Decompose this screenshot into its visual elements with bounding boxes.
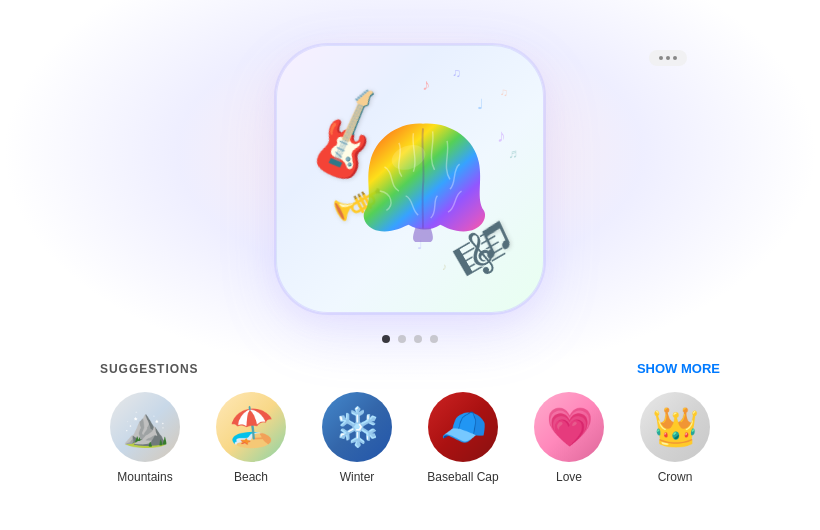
suggestion-label-0: Mountains [117, 470, 172, 484]
music-note-2: ♫ [452, 66, 461, 80]
app-icon-card: ♪ ♫ ♩ ♪ ♬ ♫ ♩ ♪ 🎸 🎺 [276, 45, 544, 313]
main-content: ♪ ♫ ♩ ♪ ♬ ♫ ♩ ♪ 🎸 🎺 [0, 0, 820, 484]
page-dot-2[interactable] [398, 335, 406, 343]
music-note-1: ♪ [422, 76, 430, 94]
suggestion-label-1: Beach [234, 470, 268, 484]
music-note-5: ♬ [508, 146, 518, 161]
suggestion-circle-1: 🏖️ [216, 392, 286, 462]
music-note-6: ♫ [500, 86, 508, 98]
page-dot-4[interactable] [430, 335, 438, 343]
suggestion-item-crown[interactable]: 👑Crown [630, 392, 720, 484]
suggestion-item-love[interactable]: 💗Love [524, 392, 614, 484]
suggestion-item-winter[interactable]: ❄️Winter [312, 392, 402, 484]
suggestion-label-4: Love [556, 470, 582, 484]
suggestion-label-2: Winter [340, 470, 375, 484]
more-icon [659, 56, 677, 60]
icon-inner: ♪ ♫ ♩ ♪ ♬ ♫ ♩ ♪ 🎸 🎺 [277, 46, 543, 312]
suggestion-circle-3: 🧢 [428, 392, 498, 462]
suggestion-item-beach[interactable]: 🏖️Beach [206, 392, 296, 484]
suggestion-label-5: Crown [658, 470, 693, 484]
suggestion-circle-5: 👑 [640, 392, 710, 462]
brain-illustration [346, 114, 501, 244]
suggestions-section: SUGGESTIONS SHOW MORE ⛰️Mountains🏖️Beach… [0, 361, 820, 484]
suggestions-title: SUGGESTIONS [100, 362, 199, 376]
show-more-button[interactable]: SHOW MORE [637, 361, 720, 376]
more-button[interactable] [649, 50, 687, 66]
page-dot-3[interactable] [414, 335, 422, 343]
suggestion-circle-4: 💗 [534, 392, 604, 462]
suggestions-row: ⛰️Mountains🏖️Beach❄️Winter🧢Baseball Cap💗… [100, 392, 720, 484]
pagination-dots [382, 335, 438, 343]
page-dot-1[interactable] [382, 335, 390, 343]
suggestion-label-3: Baseball Cap [427, 470, 498, 484]
suggestions-header: SUGGESTIONS SHOW MORE [100, 361, 720, 376]
suggestion-circle-0: ⛰️ [110, 392, 180, 462]
suggestion-item-baseball-cap[interactable]: 🧢Baseball Cap [418, 392, 508, 484]
music-note-3: ♩ [477, 96, 484, 112]
suggestion-circle-2: ❄️ [322, 392, 392, 462]
music-note-8: ♪ [442, 261, 447, 272]
suggestion-item-mountains[interactable]: ⛰️Mountains [100, 392, 190, 484]
